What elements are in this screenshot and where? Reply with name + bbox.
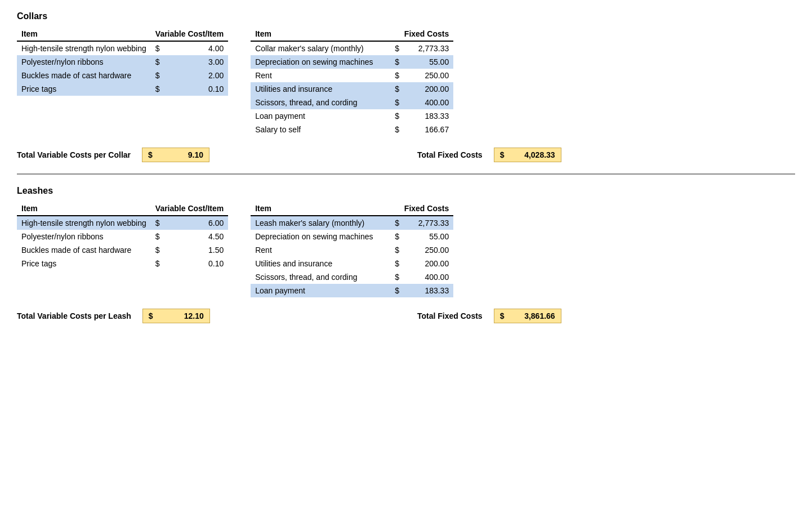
leashes-fixed-total-label: Total Fixed Costs (417, 311, 483, 320)
leashes-section: Leashes Item Variable Cost/Item High-ten… (17, 186, 795, 323)
item-cell: Depreciation on sewing machines (251, 55, 390, 69)
collars-fixed-table: Item Fixed Costs Collar maker's salary (… (251, 27, 453, 136)
collars-var-col-item: Item (17, 27, 151, 41)
leashes-fixed-col-item: Item (251, 202, 390, 216)
table-row: High-tensile strength nylon webbing$4.00 (17, 41, 228, 55)
dollar-cell: $ (390, 270, 404, 284)
dollar-cell: $ (390, 96, 404, 109)
leashes-fixed-table: Item Fixed Costs Leash maker's salary (m… (251, 202, 453, 297)
value-cell: 400.00 (404, 96, 453, 109)
value-cell: 200.00 (404, 257, 453, 270)
item-cell: Price tags (17, 257, 151, 270)
leashes-tables-wrapper: Item Variable Cost/Item High-tensile str… (17, 202, 795, 297)
collars-var-total-label: Total Variable Costs per Collar (17, 150, 131, 159)
value-cell: 2.00 (164, 69, 229, 82)
table-row: Scissors, thread, and cording$400.00 (251, 96, 453, 109)
table-row: Depreciation on sewing machines$55.00 (251, 55, 453, 69)
value-cell: 3.00 (164, 55, 229, 69)
page-container: Collars Item Variable Cost/Item High-ten… (17, 11, 795, 323)
leashes-var-total-value: 12.10 (184, 311, 204, 320)
value-cell: 55.00 (404, 55, 453, 69)
dollar-cell: $ (390, 69, 404, 82)
collars-var-total-value: 9.10 (188, 150, 203, 159)
item-cell: Rent (251, 243, 390, 257)
item-cell: Polyester/nylon ribbons (17, 55, 151, 69)
leashes-title: Leashes (17, 186, 795, 196)
collars-totals-area: Total Variable Costs per Collar $ 9.10 T… (17, 148, 795, 162)
item-cell: Depreciation on sewing machines (251, 230, 390, 243)
value-cell: 400.00 (404, 270, 453, 284)
dollar-cell: $ (390, 216, 404, 230)
collars-fixed-col-cost: Fixed Costs (390, 27, 453, 41)
dollar-cell: $ (390, 41, 404, 55)
value-cell: 6.00 (164, 216, 229, 230)
collars-fixed-total-box: $ 4,028.33 (494, 148, 561, 162)
table-row: High-tensile strength nylon webbing$6.00 (17, 216, 228, 230)
leashes-fixed-table-container: Item Fixed Costs Leash maker's salary (m… (251, 202, 453, 297)
dollar-cell: $ (151, 69, 164, 82)
collars-var-total-dollar: $ (148, 150, 153, 159)
table-row: Loan payment$183.33 (251, 284, 453, 297)
dollar-cell: $ (390, 284, 404, 297)
table-row: Price tags$0.10 (17, 257, 228, 270)
leashes-fixed-col-cost: Fixed Costs (390, 202, 453, 216)
dollar-cell: $ (390, 109, 404, 123)
leashes-variable-table: Item Variable Cost/Item High-tensile str… (17, 202, 228, 270)
item-cell: Utilities and insurance (251, 257, 390, 270)
value-cell: 250.00 (404, 243, 453, 257)
item-cell: Loan payment (251, 109, 390, 123)
value-cell: 2,773.33 (404, 41, 453, 55)
table-row: Utilities and insurance$200.00 (251, 257, 453, 270)
value-cell: 250.00 (404, 69, 453, 82)
leashes-fixed-total-dollar: $ (500, 311, 505, 320)
leashes-variable-table-container: Item Variable Cost/Item High-tensile str… (17, 202, 228, 297)
value-cell: 4.00 (164, 41, 229, 55)
leashes-var-total-dollar: $ (149, 311, 153, 320)
collars-variable-table: Item Variable Cost/Item High-tensile str… (17, 27, 228, 96)
dollar-cell: $ (390, 55, 404, 69)
dollar-cell: $ (390, 243, 404, 257)
dollar-cell: $ (151, 243, 164, 257)
table-row: Leash maker's salary (monthly)$2,773.33 (251, 216, 453, 230)
leashes-totals-area: Total Variable Costs per Leash $ 12.10 T… (17, 309, 795, 323)
leashes-var-col-item: Item (17, 202, 151, 216)
table-row: Loan payment$183.33 (251, 109, 453, 123)
dollar-cell: $ (390, 123, 404, 136)
item-cell: Price tags (17, 82, 151, 96)
value-cell: 55.00 (404, 230, 453, 243)
collars-fixed-total-right: Total Fixed Costs $ 4,028.33 (417, 148, 795, 162)
collars-fixed-total-dollar: $ (500, 150, 505, 159)
item-cell: Scissors, thread, and cording (251, 270, 390, 284)
table-row: Scissors, thread, and cording$400.00 (251, 270, 453, 284)
collars-var-total-left: Total Variable Costs per Collar $ 9.10 (17, 148, 395, 162)
collars-fixed-table-container: Item Fixed Costs Collar maker's salary (… (251, 27, 453, 136)
value-cell: 166.67 (404, 123, 453, 136)
value-cell: 0.10 (164, 82, 229, 96)
dollar-cell: $ (151, 230, 164, 243)
collars-tables-wrapper: Item Variable Cost/Item High-tensile str… (17, 27, 795, 136)
item-cell: Polyester/nylon ribbons (17, 230, 151, 243)
dollar-cell: $ (151, 82, 164, 96)
table-row: Rent$250.00 (251, 69, 453, 82)
item-cell: Scissors, thread, and cording (251, 96, 390, 109)
value-cell: 183.33 (404, 109, 453, 123)
section-divider (17, 173, 795, 175)
item-cell: Rent (251, 69, 390, 82)
item-cell: Leash maker's salary (monthly) (251, 216, 390, 230)
table-row: Collar maker's salary (monthly)$2,773.33 (251, 41, 453, 55)
value-cell: 2,773.33 (404, 216, 453, 230)
dollar-cell: $ (390, 82, 404, 96)
collars-fixed-total-label: Total Fixed Costs (417, 150, 483, 159)
table-row: Buckles made of cast hardware$2.00 (17, 69, 228, 82)
item-cell: Loan payment (251, 284, 390, 297)
item-cell: Buckles made of cast hardware (17, 69, 151, 82)
item-cell: Utilities and insurance (251, 82, 390, 96)
dollar-cell: $ (151, 216, 164, 230)
collars-fixed-col-item: Item (251, 27, 390, 41)
value-cell: 0.10 (164, 257, 229, 270)
table-row: Polyester/nylon ribbons$4.50 (17, 230, 228, 243)
collars-variable-table-container: Item Variable Cost/Item High-tensile str… (17, 27, 228, 136)
table-row: Polyester/nylon ribbons$3.00 (17, 55, 228, 69)
table-row: Buckles made of cast hardware$1.50 (17, 243, 228, 257)
item-cell: Salary to self (251, 123, 390, 136)
